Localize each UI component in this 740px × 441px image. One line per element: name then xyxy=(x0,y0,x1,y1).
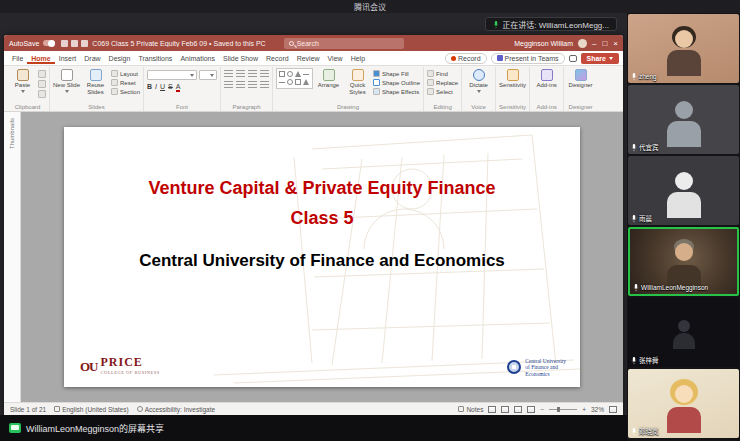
section-button[interactable]: Section xyxy=(111,88,140,95)
participant-name: 邓晓岚 xyxy=(639,426,659,436)
reuse-slides-button[interactable]: Reuse Slides xyxy=(82,68,109,96)
align-center-icon[interactable] xyxy=(236,81,245,89)
redo-icon[interactable] xyxy=(81,40,88,47)
thumbnail-panel[interactable]: Thumbnails xyxy=(4,112,21,402)
align-left-icon[interactable] xyxy=(224,81,233,89)
slide-sorter-view-icon[interactable] xyxy=(501,406,509,413)
addins-button[interactable]: Add-ins xyxy=(533,68,560,89)
save-icon[interactable] xyxy=(61,40,68,47)
undo-icon[interactable] xyxy=(71,40,78,47)
accessibility-indicator[interactable]: Accessibility: Investigate xyxy=(137,406,215,413)
maximize-button[interactable]: □ xyxy=(602,39,607,48)
line-spacing-icon[interactable] xyxy=(260,70,269,78)
ribbon-group-paragraph: Paragraph xyxy=(221,67,273,111)
quick-styles-button[interactable]: Quick Styles xyxy=(344,68,371,96)
ribbon-tab-design[interactable]: Design xyxy=(105,53,135,64)
participant-tile[interactable]: 雨晨 xyxy=(628,156,739,225)
ribbon-tab-home[interactable]: Home xyxy=(27,53,54,64)
paste-button[interactable]: Paste xyxy=(9,68,36,93)
ribbon-tab-record[interactable]: Record xyxy=(262,53,293,64)
find-button[interactable]: Find xyxy=(427,70,458,77)
participant-tile-active-speaker[interactable]: WilliamLeonMegginson xyxy=(628,227,739,296)
reset-button[interactable]: Reset xyxy=(111,79,140,86)
share-button[interactable]: Share xyxy=(581,53,619,64)
align-right-icon[interactable] xyxy=(248,81,257,89)
new-slide-icon xyxy=(61,69,73,81)
cufe-logo: Central University of Finance and Econom… xyxy=(507,358,566,378)
bold-button[interactable]: B xyxy=(147,83,152,90)
shape-effects-button[interactable]: Shape Effects xyxy=(373,88,420,95)
search-input[interactable]: Search xyxy=(284,38,404,49)
zoom-slider[interactable] xyxy=(549,409,577,410)
record-button[interactable]: Record xyxy=(445,53,487,64)
participant-name: WilliamLeonMegginson xyxy=(641,284,708,291)
zoom-out-button[interactable]: − xyxy=(540,406,544,413)
section-icon xyxy=(111,88,118,95)
cufe-logo-line3: Economics xyxy=(525,371,566,378)
quick-styles-icon xyxy=(352,69,364,81)
account-avatar[interactable] xyxy=(578,39,587,48)
powerpoint-window: AutoSave C069 Class 5 Private Equity Feb… xyxy=(4,35,623,415)
participant-tile[interactable]: 邓晓岚 xyxy=(628,369,739,438)
indent-icon[interactable] xyxy=(248,70,257,78)
group-label-editing: Editing xyxy=(427,103,458,111)
paste-icon xyxy=(17,69,29,81)
copy-icon[interactable] xyxy=(38,80,46,88)
present-in-teams-button[interactable]: Present in Teams xyxy=(491,53,565,64)
select-icon xyxy=(427,88,434,95)
font-name-combo[interactable] xyxy=(147,70,197,80)
new-slide-button[interactable]: New Slide xyxy=(53,68,80,93)
ribbon-tab-draw[interactable]: Draw xyxy=(80,53,104,64)
font-color-button[interactable]: A xyxy=(176,83,181,92)
format-painter-icon[interactable] xyxy=(38,90,46,98)
shape-outline-button[interactable]: Shape Outline xyxy=(373,79,420,86)
zoom-slider-thumb[interactable] xyxy=(557,407,560,412)
zoom-level[interactable]: 32% xyxy=(591,406,604,413)
account-name[interactable]: Megginson William xyxy=(514,40,573,47)
sensitivity-button[interactable]: Sensitivity xyxy=(499,68,526,89)
minimize-button[interactable]: – xyxy=(592,39,596,48)
dictate-button[interactable]: Dictate xyxy=(465,68,492,93)
shapes-gallery[interactable] xyxy=(276,68,313,89)
slide-text-block: Venture Capital & Private Equity Finance… xyxy=(64,177,580,271)
arrange-icon xyxy=(323,69,335,81)
ribbon-tab-insert[interactable]: Insert xyxy=(55,53,81,64)
meeting-window: 腾讯会议 正在讲话: WilliamLeonMegg... AutoSave xyxy=(0,0,740,441)
fit-to-window-icon[interactable] xyxy=(609,406,617,413)
ribbon-tab-help[interactable]: Help xyxy=(347,53,369,64)
underline-button[interactable]: U xyxy=(160,83,165,90)
font-size-combo[interactable] xyxy=(199,70,217,80)
comments-icon[interactable] xyxy=(569,55,577,62)
designer-button[interactable]: Designer xyxy=(567,68,594,89)
layout-button[interactable]: Layout xyxy=(111,70,140,77)
arrange-button[interactable]: Arrange xyxy=(315,68,342,89)
slideshow-view-icon[interactable] xyxy=(527,406,535,413)
shape-fill-button[interactable]: Shape Fill xyxy=(373,70,420,77)
bullets-icon[interactable] xyxy=(224,70,233,78)
italic-button[interactable]: I xyxy=(155,83,157,90)
replace-button[interactable]: Replace xyxy=(427,79,458,86)
close-button[interactable]: × xyxy=(613,39,618,48)
ribbon-tab-file[interactable]: File xyxy=(8,53,27,64)
select-button[interactable]: Select xyxy=(427,88,458,95)
participant-tile[interactable]: 代宜宾 xyxy=(628,85,739,154)
cut-icon[interactable] xyxy=(38,70,46,78)
reading-view-icon[interactable] xyxy=(514,406,522,413)
columns-icon[interactable] xyxy=(260,81,269,89)
autosave-toggle[interactable] xyxy=(43,40,55,46)
ribbon-tab-review[interactable]: Review xyxy=(293,53,324,64)
language-indicator[interactable]: English (United States) xyxy=(54,406,128,413)
notes-button[interactable]: Notes xyxy=(458,406,483,413)
zoom-in-button[interactable]: + xyxy=(582,406,586,413)
numbering-icon[interactable] xyxy=(236,70,245,78)
normal-view-icon[interactable] xyxy=(488,406,496,413)
slide-number-indicator[interactable]: Slide 1 of 21 xyxy=(10,406,46,413)
ppt-statusbar: Slide 1 of 21 English (United States) Ac… xyxy=(4,402,623,415)
participant-tile[interactable]: 张梓舜 xyxy=(628,298,739,367)
ribbon-tab-transitions[interactable]: Transitions xyxy=(134,53,176,64)
participant-tile[interactable]: zheng xyxy=(628,14,739,83)
strikethrough-button[interactable]: S xyxy=(168,83,173,90)
ribbon-tab-animations[interactable]: Animations xyxy=(176,53,219,64)
ribbon-tab-view[interactable]: View xyxy=(324,53,347,64)
ribbon-tab-slideshow[interactable]: Slide Show xyxy=(219,53,262,64)
